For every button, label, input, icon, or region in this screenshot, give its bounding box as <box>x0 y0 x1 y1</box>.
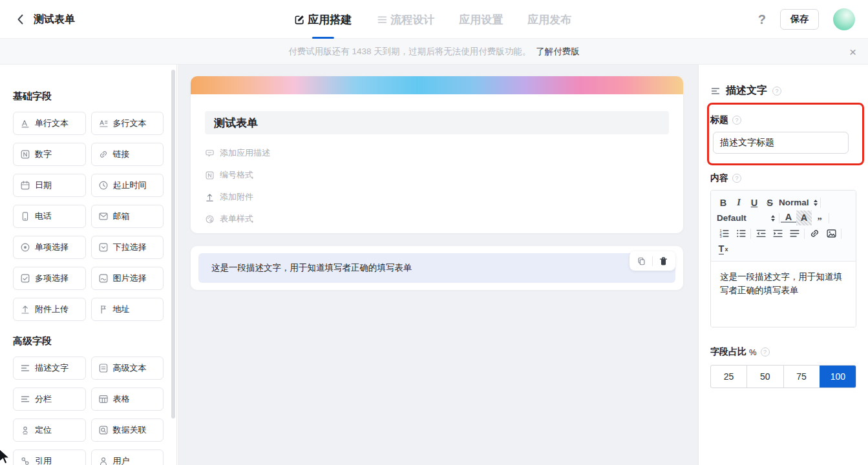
tab-flow-design[interactable]: 流程设计 <box>376 0 434 39</box>
field-single-text-button[interactable]: 单行文本 <box>13 112 86 135</box>
updown-arrows-icon <box>771 215 775 222</box>
field-time-range-button[interactable]: 起止时间 <box>91 174 164 197</box>
field-reference-button[interactable]: 引用 <box>13 450 86 465</box>
section-title-basic-fields: 基础字段 <box>13 90 164 103</box>
field-label: 引用 <box>35 455 52 465</box>
toolbar-glyph: U <box>751 198 757 208</box>
learn-paid-link[interactable]: 了解付费版 <box>536 46 580 57</box>
width-option-50[interactable]: 50 <box>746 366 783 388</box>
field-address-button[interactable]: 地址 <box>91 298 164 321</box>
toolbar-text-color-button[interactable]: A <box>781 213 796 223</box>
field-email-button[interactable]: 邮箱 <box>91 205 164 228</box>
svg-text:3: 3 <box>719 234 721 238</box>
toolbar-outdent-button[interactable] <box>752 226 769 241</box>
toolbar-underline-button[interactable]: U <box>746 195 762 210</box>
placeholder-label: 编号格式 <box>220 169 253 181</box>
placeholder-comment[interactable]: 添加应用描述 <box>205 142 669 164</box>
title-input[interactable] <box>713 132 849 154</box>
field-upload-button[interactable]: 附件上传 <box>13 298 86 321</box>
toolbar-insert-link-button[interactable] <box>806 226 823 241</box>
field-link-button[interactable]: 链接 <box>91 143 164 166</box>
placeholder-label: 表单样式 <box>220 213 253 225</box>
field-locate-button[interactable]: 定位 <box>13 418 86 442</box>
description-block[interactable]: 这是一段描述文字，用于知道填写者正确的填写表单 <box>198 253 675 283</box>
sidebar-scrollbar[interactable] <box>171 70 175 418</box>
columns-icon <box>20 394 30 404</box>
field-action-pill <box>630 251 675 271</box>
comment-icon <box>205 149 215 158</box>
tab-app-build[interactable]: 应用搭建 <box>293 0 352 39</box>
single-text-icon <box>20 118 30 129</box>
toolbar-divider <box>841 229 842 239</box>
placeholder-number[interactable]: 编号格式 <box>205 164 669 186</box>
help-icon[interactable]: ? <box>758 12 766 27</box>
field-date-button[interactable]: 日期 <box>13 174 86 197</box>
field-multi-text-button[interactable]: 多行文本 <box>91 112 164 135</box>
toolbar-background-color-button[interactable]: A <box>796 211 812 225</box>
trial-notice-bar: 付费试用版还有 1438 天到期，过期后将无法使用付费版功能。 了解付费版 × <box>0 39 868 65</box>
edit-icon <box>293 14 304 25</box>
field-label: 描述文字 <box>35 362 69 374</box>
field-number-button[interactable]: 数字 <box>13 143 86 166</box>
help-icon[interactable]: ? <box>761 347 770 356</box>
field-image-select-button[interactable]: 图片选择 <box>91 267 164 290</box>
tab-label: 应用设置 <box>459 12 503 27</box>
save-button[interactable]: 保存 <box>780 9 819 30</box>
width-option-100[interactable]: 100 <box>820 366 856 388</box>
toolbar-italic-button[interactable]: I <box>731 195 746 210</box>
toolbar-bold-button[interactable]: B <box>715 195 731 210</box>
toolbar-glyph: A <box>801 213 807 223</box>
multi-text-icon <box>98 118 109 129</box>
locate-icon <box>20 425 30 435</box>
insert-image-icon <box>826 228 837 239</box>
avatar[interactable] <box>833 8 855 30</box>
help-icon[interactable]: ? <box>732 174 741 183</box>
width-option-75[interactable]: 75 <box>783 366 820 388</box>
checkbox-icon <box>20 273 30 284</box>
toolbar-glyph: S <box>767 198 773 208</box>
editor-content[interactable]: 这是一段描述文字，用于知道填写者正确的填写表单 <box>711 262 856 327</box>
delete-icon[interactable] <box>659 256 668 266</box>
field-dropdown-button[interactable]: 下拉选择 <box>91 236 164 259</box>
close-icon[interactable]: × <box>849 45 856 57</box>
toolbar-strike-button[interactable]: S <box>762 195 778 210</box>
advanced-fields-grid: 描述文字高级文本分栏表格定位数据关联引用用户 <box>13 356 164 465</box>
field-data-link-button[interactable]: 数据关联 <box>91 418 164 442</box>
toolbar-insert-image-button[interactable] <box>823 226 840 241</box>
copy-icon[interactable] <box>637 256 646 266</box>
placeholder-style[interactable]: 表单样式 <box>205 208 669 230</box>
field-radio-button[interactable]: 单项选择 <box>13 236 86 259</box>
section-title-advanced-fields: 高级字段 <box>13 335 164 347</box>
toolbar-header-select[interactable]: Normal <box>778 195 819 210</box>
placeholder-upload[interactable]: 添加附件 <box>205 186 669 208</box>
field-phone-button[interactable]: 电话 <box>13 205 86 228</box>
toolbar-bullet-list-button[interactable] <box>732 226 749 241</box>
form-title-bar[interactable]: 测试表单 <box>205 111 669 134</box>
tab-app-publish[interactable]: 应用发布 <box>527 0 571 39</box>
form-placeholder-rows: 添加应用描述编号格式添加附件表单样式 <box>191 134 683 230</box>
field-table-button[interactable]: 表格 <box>91 388 164 411</box>
reference-icon <box>20 456 30 465</box>
field-desc-text-button[interactable]: 描述文字 <box>13 356 86 380</box>
toolbar-clear-format-button[interactable]: Tx <box>715 242 731 256</box>
help-icon[interactable]: ? <box>772 87 781 96</box>
toolbar-glyph: ” <box>817 218 821 223</box>
settings-panel: 描述文字 ? 标题 ? 内容 ? BIUSNormalDefaultAA”123… <box>698 65 868 465</box>
tab-app-settings[interactable]: 应用设置 <box>459 0 503 39</box>
toolbar-align-button[interactable] <box>786 226 803 241</box>
insert-link-icon <box>809 228 820 239</box>
toolbar-font-select[interactable]: Default <box>715 211 778 225</box>
toolbar-ordered-list-button[interactable]: 123 <box>715 226 732 241</box>
field-rich-text-button[interactable]: 高级文本 <box>91 356 164 380</box>
width-option-25[interactable]: 25 <box>711 366 746 388</box>
toolbar-indent-button[interactable] <box>769 226 786 241</box>
field-columns-button[interactable]: 分栏 <box>13 388 86 411</box>
width-unit: % <box>749 347 757 357</box>
back-button[interactable] <box>14 13 27 26</box>
field-user-button[interactable]: 用户 <box>91 450 164 465</box>
description-field-card[interactable]: 这是一段描述文字，用于知道填写者正确的填写表单 <box>191 246 683 290</box>
help-icon[interactable]: ? <box>732 116 741 125</box>
toolbar-blockquote-button[interactable]: ” <box>812 211 827 225</box>
field-checkbox-button[interactable]: 多项选择 <box>13 267 86 290</box>
dropdown-icon <box>98 242 109 253</box>
